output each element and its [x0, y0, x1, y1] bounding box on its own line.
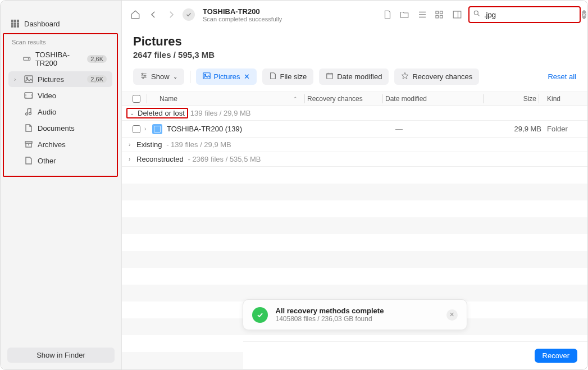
page-title: Pictures: [133, 34, 576, 49]
content-header: Pictures 2647 files / 595,3 MB: [122, 28, 587, 64]
search-box[interactable]: ✕: [468, 6, 581, 23]
show-in-finder-button[interactable]: Show in Finder: [7, 348, 115, 363]
row-checkbox[interactable]: [133, 125, 140, 133]
svg-rect-20: [436, 16, 439, 19]
sidebar-item-dashboard[interactable]: Dashboard: [5, 16, 117, 31]
sidebar-item-audio[interactable]: Audio: [8, 104, 112, 120]
svg-point-14: [26, 113, 28, 115]
recover-button[interactable]: Recover: [535, 349, 577, 363]
sidebar-item-label: Audio: [38, 108, 56, 116]
svg-rect-2: [17, 20, 19, 22]
page-subtitle: 2647 files / 595,3 MB: [133, 50, 576, 60]
sidebar-item-video[interactable]: Video: [8, 88, 112, 103]
file-view-button[interactable]: [381, 8, 394, 21]
grid-icon: [11, 19, 20, 28]
document-icon: [24, 124, 33, 133]
search-input[interactable]: [484, 11, 578, 19]
chevron-right-icon[interactable]: ›: [144, 126, 152, 132]
column-kind[interactable]: Kind: [541, 95, 581, 103]
folder-view-button[interactable]: [398, 8, 411, 21]
filter-filesize[interactable]: File size: [262, 68, 314, 85]
window-controls: [1, 3, 121, 15]
preview-pane-button[interactable]: [450, 8, 464, 21]
list-view-button[interactable]: [416, 8, 429, 21]
image-icon: [24, 75, 33, 84]
sidebar-item-label: Pictures: [38, 75, 64, 84]
scan-status-icon: [183, 8, 195, 21]
svg-rect-0: [11, 20, 13, 22]
sidebar-item-label: TOSHIBA-TR200: [35, 51, 83, 67]
filter-datemodified[interactable]: Date modified: [319, 68, 389, 85]
sidebar-item-pictures[interactable]: › Pictures 2,6K: [8, 71, 112, 87]
device-title: TOSHIBA-TR200: [203, 7, 282, 16]
sort-asc-icon: ⌃: [293, 96, 298, 102]
chevron-right-icon: ›: [129, 141, 136, 148]
chevron-down-icon: ⌄: [173, 74, 177, 80]
sidebar-item-label: Documents: [38, 124, 75, 133]
toolbar: TOSHIBA-TR200 Scan completed successfull…: [122, 1, 587, 28]
calendar-icon: [326, 72, 334, 81]
select-all-checkbox[interactable]: [133, 95, 140, 103]
group-stats: - 139 files / 29,9 MB: [165, 140, 231, 149]
show-dropdown[interactable]: Show ⌄: [133, 68, 184, 85]
svg-rect-7: [14, 25, 16, 28]
file-icon: [24, 156, 33, 165]
document-icon: [269, 72, 277, 81]
svg-point-26: [143, 77, 144, 78]
svg-rect-3: [11, 22, 13, 25]
sidebar-item-documents[interactable]: Documents: [8, 120, 112, 136]
file-list: ⌄ Deleted or lost 139 files / 29,9 MB › …: [122, 106, 587, 167]
sidebar-item-label: Video: [38, 92, 56, 100]
svg-point-28: [204, 74, 206, 75]
column-datemodified[interactable]: Date modified: [385, 95, 481, 103]
video-icon: [24, 91, 33, 100]
sidebar-item-archives[interactable]: Archives: [8, 136, 112, 152]
home-button[interactable]: [129, 8, 142, 21]
sidebar-item-device[interactable]: TOSHIBA-TR200 2,6K: [8, 47, 112, 71]
title-block: TOSHIBA-TR200 Scan completed successfull…: [203, 7, 282, 22]
filter-label: Date modified: [337, 72, 382, 81]
column-size[interactable]: Size: [486, 95, 536, 103]
count-badge: 2,6K: [87, 55, 107, 63]
chevron-down-icon: ⌄: [130, 110, 138, 116]
completion-toast: All recovery methods complete 1405808 fi…: [243, 299, 467, 330]
svg-rect-29: [327, 74, 333, 79]
forward-button[interactable]: [165, 8, 178, 21]
drive-icon: [23, 54, 30, 63]
group-reconstructed[interactable]: › Reconstructed - 2369 files / 535,5 MB: [122, 152, 587, 167]
filter-pictures[interactable]: Pictures ✕: [196, 68, 257, 85]
sidebar-item-label: Archives: [38, 140, 66, 149]
svg-point-12: [26, 77, 28, 79]
sidebar-item-label: Other: [38, 157, 56, 165]
file-size: 29,9 MB: [491, 125, 541, 133]
table-row[interactable]: › TOSHIBA-TR200 (139) — 29,9 MB Folder: [122, 121, 587, 138]
file-datemodified: —: [395, 125, 491, 133]
scan-results-highlight: Scan results TOSHIBA-TR200 2,6K › Pictur…: [3, 33, 118, 177]
sidebar-item-other[interactable]: Other: [8, 153, 112, 168]
sidebar-section-label: Scan results: [4, 34, 117, 47]
table-header: Name⌃ Recovery chances Date modified Siz…: [122, 92, 587, 106]
group-deleted[interactable]: ⌄ Deleted or lost 139 files / 29,9 MB: [122, 106, 587, 121]
filter-bar: Show ⌄ Pictures ✕ File size Date modifie…: [122, 64, 587, 92]
svg-point-15: [29, 112, 31, 115]
grid-view-button[interactable]: [432, 8, 446, 21]
column-name[interactable]: Name⌃: [149, 95, 302, 103]
svg-point-23: [474, 11, 478, 15]
reset-all-button[interactable]: Reset all: [548, 72, 576, 81]
svg-point-25: [144, 75, 145, 76]
sidebar: Dashboard Scan results TOSHIBA-TR200 2,6…: [1, 1, 122, 369]
group-label: Existing: [136, 140, 162, 149]
group-existing[interactable]: › Existing - 139 files / 29,9 MB: [122, 138, 587, 152]
group-stats: - 2369 files / 535,5 MB: [186, 155, 261, 163]
svg-rect-4: [14, 22, 16, 25]
filter-recoverychances[interactable]: Recovery chances: [394, 68, 479, 85]
back-button[interactable]: [147, 8, 160, 21]
toast-close-button[interactable]: ✕: [446, 309, 458, 321]
filter-label: Pictures: [214, 72, 240, 81]
svg-rect-22: [453, 11, 461, 18]
sliders-icon: [140, 72, 148, 81]
column-recovery[interactable]: Recovery chances: [307, 95, 380, 103]
clear-search-button[interactable]: ✕: [582, 10, 586, 19]
remove-filter-icon[interactable]: ✕: [244, 72, 250, 81]
checkmark-icon: [252, 307, 268, 323]
